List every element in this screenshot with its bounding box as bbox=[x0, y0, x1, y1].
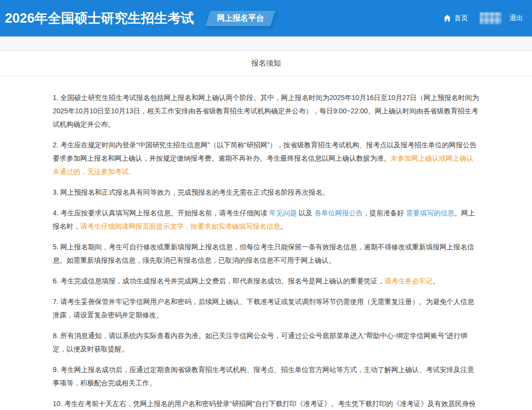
notice-text: 7. 请考生妥善保管并牢记学信网用户名和密码，后续网上确认、下载准考证或复试调剂… bbox=[53, 298, 474, 319]
notice-text: 5. 网上报名期间，考生可自行修改或重新填报网上报名信息，但每位考生只能保留一条… bbox=[53, 243, 474, 264]
notice-text: 。 bbox=[280, 222, 287, 230]
warning-text: 请考生务必牢记 bbox=[385, 277, 433, 285]
notice-text: 1. 全国硕士研究生招生考试报名包括网上报名和网上确认两个阶段。其中，网上报名时… bbox=[53, 94, 479, 128]
notice-text: ，提前准备好 bbox=[363, 209, 406, 217]
header-spacer-band bbox=[0, 36, 532, 51]
notice-paragraph: 1. 全国硕士研究生招生考试报名包括网上报名和网上确认两个阶段。其中，网上报名时… bbox=[53, 91, 479, 131]
warning-text: 请考生仔细阅读网报页面提示文字，按要求如实准确填写报名信息 bbox=[80, 222, 280, 230]
notice-text: 9. 考生网上报名成功后，应通过定期查阅省级教育招生考试机构、报考点、招生单位官… bbox=[53, 366, 474, 387]
notice-paragraph: 8. 所有消息通知，请以系统内实际查看内容为准。如已关注学信网公众号，可通过公众… bbox=[53, 329, 479, 356]
inline-link[interactable]: 各单位网报公告 bbox=[314, 209, 363, 217]
inline-link[interactable]: 需要填写的信息 bbox=[406, 209, 454, 217]
header-nav: 首页 退出 bbox=[443, 12, 523, 24]
notice-paragraph: 7. 请考生妥善保管并牢记学信网用户名和密码，后续网上确认、下载准考证或复试调剂… bbox=[53, 295, 479, 322]
home-link[interactable]: 首页 bbox=[443, 14, 468, 23]
app-header: 2026年全国硕士研究生招生考试 网上报名平台 首页 退出 bbox=[0, 0, 532, 36]
notice-text: 10. 考生在考前十天左右，凭网上报名的用户名和密码登录“研招网”自行下载打印《… bbox=[53, 400, 476, 410]
home-icon bbox=[443, 14, 451, 22]
page-title: 报名须知 bbox=[251, 59, 281, 68]
header-left: 2026年全国硕士研究生招生考试 网上报名平台 bbox=[5, 9, 273, 27]
notice-content: 1. 全国硕士研究生招生考试报名包括网上报名和网上确认两个阶段。其中，网上报名时… bbox=[0, 76, 532, 410]
notice-text: 8. 所有消息通知，请以系统内实际查看内容为准。如已关注学信网公众号，可通过公众… bbox=[53, 332, 467, 353]
notice-paragraph: 3. 网上预报名和正式报名具有同等效力，完成预报名的考生无需在正式报名阶段再次报… bbox=[53, 186, 479, 199]
notice-text: 6. 考生完成信息填报，成功生成报名号并完成网上交费后，即代表报名成功。报名号是… bbox=[53, 277, 385, 285]
app-title: 2026年全国硕士研究生招生考试 bbox=[5, 9, 194, 27]
platform-badge-label: 网上报名平台 bbox=[217, 13, 264, 24]
notice-paragraph: 5. 网上报名期间，考生可自行修改或重新填报网上报名信息，但每位考生只能保留一条… bbox=[53, 240, 479, 267]
platform-badge: 网上报名平台 bbox=[205, 11, 275, 26]
title-bar: 报名须知 bbox=[0, 51, 532, 76]
notice-paragraph: 9. 考生网上报名成功后，应通过定期查阅省级教育招生考试机构、报考点、招生单位官… bbox=[53, 363, 479, 390]
notice-paragraph: 2. 考生应在规定时间内登录“中国研究生招生信息网”（以下简称“研招网”），按省… bbox=[53, 138, 479, 178]
notice-text: 。 bbox=[433, 277, 440, 285]
notice-paragraph: 6. 考生完成信息填报，成功生成报名号并完成网上交费后，即代表报名成功。报名号是… bbox=[53, 274, 479, 288]
logout-link-label: 退出 bbox=[509, 14, 523, 23]
home-link-label: 首页 bbox=[454, 14, 468, 23]
inline-link[interactable]: 常见问题 bbox=[269, 209, 297, 217]
notice-text: 以及 bbox=[297, 209, 314, 217]
user-name-blurred bbox=[480, 12, 501, 24]
notice-text: 3. 网上预报名和正式报名具有同等效力，完成预报名的考生无需在正式报名阶段再次报… bbox=[53, 188, 330, 196]
notice-paragraph: 10. 考生在考前十天左右，凭网上报名的用户名和密码登录“研招网”自行下载打印《… bbox=[53, 397, 479, 410]
logout-link[interactable]: 退出 bbox=[509, 14, 523, 23]
notice-text: 4. 考生应按要求认真填写网上报名信息。开始报名前，请考生仔细阅读 bbox=[53, 209, 269, 217]
notice-paragraph: 4. 考生应按要求认真填写网上报名信息。开始报名前，请考生仔细阅读 常见问题 以… bbox=[53, 206, 479, 233]
